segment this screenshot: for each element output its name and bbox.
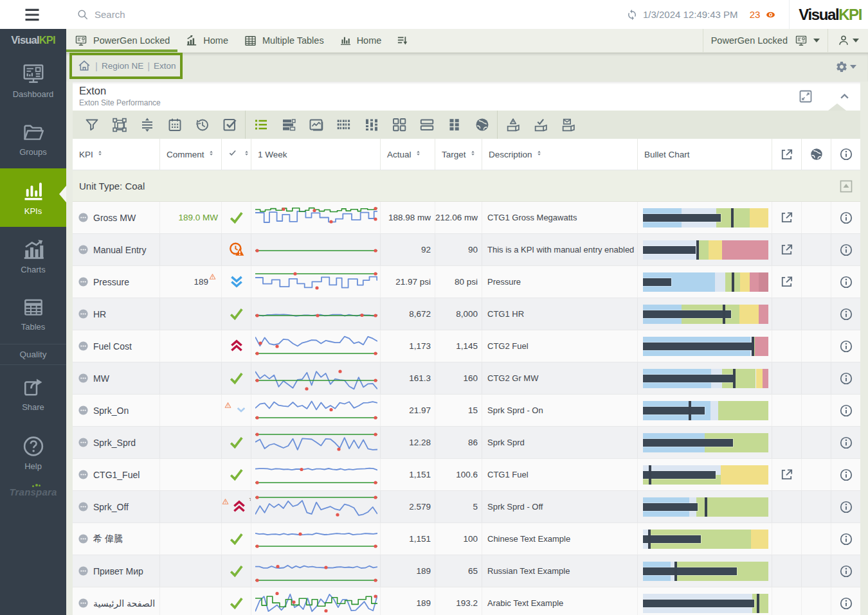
kpi-name[interactable]: الصفحة الرئيسية	[93, 598, 155, 609]
menu-hamburger-icon[interactable]	[18, 6, 46, 23]
kpi-name[interactable]: Sprk_Sprd	[93, 438, 136, 448]
column-header-target[interactable]: Target	[435, 139, 482, 170]
kpi-name[interactable]: CTG1_Fuel	[93, 470, 140, 480]
column-header-status[interactable]	[222, 139, 251, 170]
page-settings-button[interactable]	[835, 60, 856, 73]
column-header-info[interactable]	[831, 139, 860, 170]
group-header-row[interactable]: Unit Type: Coal	[73, 170, 860, 202]
column-header-comment[interactable]: Comment	[160, 139, 222, 170]
tb-grid-dashed-button[interactable]	[330, 115, 357, 134]
kpi-row-12[interactable]: Привет Мир18965Russian Text Example	[73, 555, 860, 587]
kpi-row-9[interactable]: CTG1_Fuel1,151100.6CTG1 Fuel	[73, 459, 860, 491]
kpi-row-10[interactable]: Sprk_Off*2.5795Sprk Sprd - Off	[73, 491, 860, 523]
kpi-row-6[interactable]: MW161.3160CTG2 Gr MW	[73, 362, 860, 395]
kpi-name[interactable]: Pressure	[93, 277, 129, 287]
user-menu[interactable]	[828, 29, 868, 52]
favorite-tab-powergen-locked-0[interactable]: PowerGen Locked	[66, 29, 177, 52]
tb-calendar-button[interactable]	[161, 115, 188, 134]
tb-filter-button[interactable]	[78, 115, 105, 134]
kpi-row-13[interactable]: الصفحة الرئيسية189193.2Arabic Text Examp…	[73, 587, 860, 615]
kpi-name[interactable]: HR	[93, 309, 106, 319]
kpi-context-menu-icon[interactable]	[78, 212, 89, 223]
tb-check-send-button[interactable]	[527, 115, 554, 134]
external-link-icon[interactable]	[779, 242, 794, 257]
home-icon[interactable]	[77, 59, 91, 73]
info-icon[interactable]	[839, 532, 853, 546]
kpi-name[interactable]: MW	[93, 373, 109, 384]
column-header-desc[interactable]: Description	[482, 139, 638, 170]
kpi-row-1[interactable]: Gross MW189.0 MW188.98 mw212.06 mwCTG1 G…	[73, 202, 860, 234]
kpi-context-menu-icon[interactable]	[78, 469, 89, 480]
kpi-row-11[interactable]: 希 偉騰1,151100Chinese Text Example	[73, 523, 860, 555]
external-link-icon[interactable]	[779, 274, 794, 289]
kpi-row-8[interactable]: Sprk_Sprd12.2886Sprk Sprd	[73, 427, 860, 459]
breadcrumb-region-ne[interactable]: Region NE	[102, 61, 143, 71]
sidebar-item-dashboard[interactable]: Dashboard	[0, 51, 66, 110]
tb-grid-2x2-button[interactable]	[385, 115, 413, 134]
kpi-row-7[interactable]: Sprk_On21.9715Sprk Sprd - On	[73, 395, 860, 427]
sidebar-item-groups[interactable]: Groups	[0, 110, 66, 168]
kpi-context-menu-icon[interactable]	[78, 341, 89, 352]
info-icon[interactable]	[839, 211, 853, 225]
tb-history-button[interactable]	[188, 115, 216, 134]
kpi-context-menu-icon[interactable]	[78, 276, 89, 287]
search-input[interactable]	[95, 9, 287, 20]
info-icon[interactable]	[839, 500, 853, 514]
sidebar-item-quality[interactable]: Quality	[0, 344, 66, 365]
favorite-tab-home-3[interactable]: Home	[332, 29, 390, 52]
kpi-context-menu-icon[interactable]	[78, 244, 89, 255]
kpi-context-menu-icon[interactable]	[78, 405, 89, 416]
favorite-tab-home-1[interactable]: Home	[177, 29, 236, 52]
kpi-context-menu-icon[interactable]	[78, 373, 89, 384]
favorite-tab-multiple-tables-2[interactable]: Multiple Tables	[236, 29, 332, 52]
column-header-kpi[interactable]: KPI	[73, 139, 160, 170]
info-icon[interactable]	[839, 339, 853, 353]
kpi-name[interactable]: Gross MW	[93, 213, 136, 223]
sidebar-item-tables[interactable]: Tables	[0, 285, 66, 344]
kpi-row-2[interactable]: Manual Entry9290This is a KPI with manua…	[73, 234, 860, 266]
kpi-context-menu-icon[interactable]	[78, 437, 89, 448]
tb-rollup-button[interactable]	[275, 115, 302, 134]
kpi-row-3[interactable]: Pressure18921.97 psi80 psiPressure	[73, 266, 860, 298]
info-icon[interactable]	[839, 404, 853, 418]
kpi-context-menu-icon[interactable]	[78, 566, 89, 576]
search-box[interactable]	[77, 0, 287, 29]
kpi-context-menu-icon[interactable]	[78, 533, 89, 544]
sidebar-item-help[interactable]: Help	[0, 423, 66, 482]
info-icon[interactable]	[839, 468, 853, 482]
kpi-context-menu-icon[interactable]	[78, 598, 89, 609]
external-link-icon[interactable]	[779, 210, 794, 225]
kpi-name[interactable]: Sprk_On	[93, 406, 129, 416]
tab-list-menu[interactable]	[389, 29, 416, 52]
collapse-group-icon[interactable]	[838, 179, 854, 194]
column-header-week[interactable]: 1 Week	[251, 139, 381, 170]
info-icon[interactable]	[839, 275, 853, 289]
column-header-bullet[interactable]: Bullet Chart	[638, 139, 772, 170]
tb-alert-send-button[interactable]	[499, 115, 527, 134]
tb-density-button[interactable]	[133, 115, 161, 134]
external-link-icon[interactable]	[779, 467, 794, 482]
kpi-context-menu-icon[interactable]	[78, 308, 89, 319]
info-icon[interactable]	[839, 596, 853, 611]
info-icon[interactable]	[839, 436, 853, 450]
kpi-row-4[interactable]: HR8,6728,000CTG1 HR	[73, 298, 860, 330]
fullscreen-icon[interactable]	[798, 89, 813, 104]
tb-mail-send-button[interactable]	[554, 115, 582, 134]
info-icon[interactable]	[839, 243, 853, 257]
info-icon[interactable]	[839, 564, 853, 578]
info-icon[interactable]	[839, 307, 853, 321]
sidebar-item-kpis[interactable]: KPIs	[0, 168, 66, 227]
sidebar-item-charts[interactable]: Charts	[0, 227, 66, 285]
kpi-name[interactable]: Sprk_Off	[93, 502, 129, 512]
breadcrumb-exton[interactable]: Exton	[154, 61, 176, 71]
tb-grid-3x2-button[interactable]	[440, 115, 468, 134]
kpi-name[interactable]: 希 偉騰	[93, 533, 123, 545]
tb-rows-2-button[interactable]	[413, 115, 440, 134]
column-header-actual[interactable]: Actual	[381, 139, 435, 170]
kpi-row-5[interactable]: Fuel Cost1,1731,145CTG2 Fuel	[73, 330, 860, 362]
tb-chart-image-button[interactable]	[302, 115, 330, 134]
kpi-name[interactable]: Manual Entry	[93, 245, 146, 255]
column-header-link[interactable]	[772, 139, 802, 170]
refresh-icon[interactable]	[626, 9, 638, 21]
sidebar-item-share[interactable]: Share	[0, 365, 66, 423]
